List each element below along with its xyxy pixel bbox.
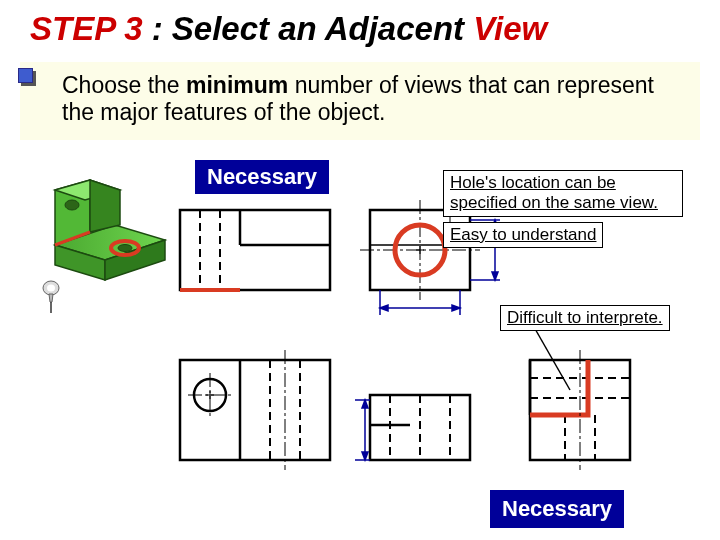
title-mid: Select an Adjacent bbox=[172, 10, 464, 47]
title-view: View bbox=[464, 10, 547, 47]
svg-marker-53 bbox=[362, 452, 368, 460]
svg-rect-46 bbox=[370, 395, 470, 460]
callout-difficult: Difficult to interprete. bbox=[500, 305, 670, 331]
instruction-bold: minimum bbox=[186, 72, 288, 98]
isometric-view bbox=[20, 170, 170, 290]
pushpin-icon bbox=[40, 280, 62, 314]
instruction-pre: Choose the bbox=[62, 72, 186, 98]
necessary-label-bottom: Necessary bbox=[490, 490, 624, 528]
svg-point-8 bbox=[118, 245, 132, 252]
callout-easy: Easy to understand bbox=[443, 222, 603, 248]
instruction-box: Choose the minimum number of views that … bbox=[20, 62, 700, 140]
callout-hole-location: Hole's location can be specified on the … bbox=[443, 170, 683, 217]
necessary-label-top: Necessary bbox=[195, 160, 329, 194]
orthographic-drawing bbox=[170, 190, 710, 520]
view-top-right bbox=[360, 200, 500, 315]
svg-point-23 bbox=[395, 225, 445, 275]
svg-marker-52 bbox=[362, 400, 368, 408]
svg-marker-5 bbox=[90, 180, 120, 232]
svg-point-6 bbox=[65, 200, 79, 210]
view-bottom-right bbox=[530, 320, 630, 470]
title-step: STEP 3 bbox=[30, 10, 143, 47]
view-bottom-middle bbox=[355, 395, 470, 460]
svg-rect-13 bbox=[180, 210, 330, 290]
instruction-text: Choose the minimum number of views that … bbox=[62, 72, 684, 126]
slide-title: STEP 3 : Select an Adjacent View bbox=[30, 10, 690, 48]
svg-marker-30 bbox=[492, 272, 498, 280]
svg-point-11 bbox=[47, 285, 55, 292]
view-top-left bbox=[180, 210, 330, 290]
title-colon: : bbox=[143, 10, 172, 47]
svg-marker-35 bbox=[452, 305, 460, 311]
svg-rect-36 bbox=[180, 360, 330, 460]
svg-marker-34 bbox=[380, 305, 388, 311]
bullet-icon bbox=[18, 68, 33, 83]
view-bottom-left bbox=[180, 350, 330, 470]
svg-point-38 bbox=[194, 379, 226, 411]
